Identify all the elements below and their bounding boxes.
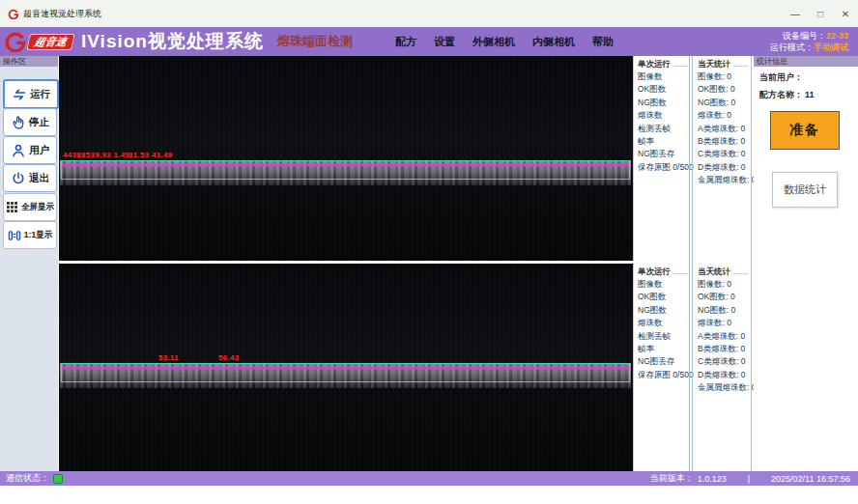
camera-viewport-top: 44388539.93 1.49 31.53 41.49	[59, 56, 633, 261]
title-bar: 超音速视觉处理系统 — □ ✕	[0, 0, 858, 27]
window-title: 超音速视觉处理系统	[23, 8, 101, 20]
stat-row: NG图丢存	[638, 355, 690, 368]
stat-row: C类熔珠数: 0	[698, 355, 750, 368]
maximize-button[interactable]: □	[812, 6, 829, 21]
today-stats-title: 当天统计	[698, 266, 730, 278]
stat-row: 金属屑熔珠数: 0	[698, 381, 750, 394]
stat-row: 检测丢帧	[638, 123, 690, 135]
menu-help[interactable]: 帮助	[592, 35, 614, 49]
separator: |	[748, 474, 750, 484]
run-icon	[12, 87, 27, 102]
measurement-annotation: 56.43	[218, 353, 240, 362]
brand-swirl-icon	[3, 31, 26, 52]
stat-row: A类熔珠数: 0	[698, 330, 750, 343]
fullscreen-button[interactable]: 全屏显示	[3, 193, 57, 221]
minimize-button[interactable]: —	[786, 6, 804, 21]
stat-row: 图像数: 0	[698, 70, 750, 83]
stop-button-label: 停止	[29, 116, 49, 129]
current-user-label: 当前用户：	[759, 72, 803, 82]
stat-row: 保存原图 0/500	[638, 161, 690, 174]
stat-row: NG图数: 0	[698, 97, 750, 109]
divider	[689, 56, 690, 471]
menu-settings[interactable]: 设置	[434, 35, 455, 49]
menu-outer-camera[interactable]: 外侧相机	[472, 35, 515, 49]
user-button-label: 用户	[29, 144, 49, 157]
stat-row: 图像数: 0	[698, 278, 750, 291]
device-info: 设备编号：22-33 运行模式：手动调试	[770, 30, 848, 53]
stat-row: NG图数	[638, 304, 690, 317]
stat-row: OK图数: 0	[698, 83, 750, 96]
stat-row: D类熔珠数: 0	[698, 161, 750, 174]
datetime: 2025/02/11 16:57:56	[771, 474, 850, 484]
stat-row: NG图数: 0	[698, 304, 750, 317]
stat-row: OK图数	[638, 83, 690, 96]
bead-detect-box	[61, 160, 630, 180]
stat-row: 检测丢帧	[638, 330, 690, 343]
stat-row: 图像数	[638, 70, 690, 83]
one-to-one-button-label: 1:1显示	[24, 230, 52, 241]
stat-row: 图像数	[638, 278, 690, 291]
exit-button-label: 退出	[29, 172, 49, 185]
stat-row: 熔珠数	[638, 317, 690, 329]
menu-bar: 配方 设置 外侧相机 内侧相机 帮助	[395, 35, 614, 49]
device-number-label: 设备编号：	[783, 31, 826, 41]
brand-badge: 超音速	[26, 34, 75, 50]
stat-row: D类熔珠数: 0	[698, 369, 750, 381]
stat-row: OK图数	[638, 291, 690, 303]
stat-row: 熔珠数: 0	[698, 317, 750, 329]
info-panel: 统计信息 当前用户： 配方名称：11 准备 数据统计	[754, 56, 858, 471]
app-window: 超音速视觉处理系统 — □ ✕ 超音速 IVision视觉处理系统 熔珠端面检测…	[0, 0, 858, 504]
info-panel-title: 统计信息	[754, 56, 858, 67]
one-to-one-button[interactable]: 1:1显示	[3, 221, 57, 249]
prepare-button[interactable]: 准备	[770, 111, 840, 150]
sidebar: 操作区 运行 停止 用户 退出 全屏显示 1:1显示	[0, 56, 58, 471]
stat-row: 帧率	[638, 135, 690, 148]
measurement-annotation: 53.11	[158, 353, 179, 362]
stat-row: C类熔珠数: 0	[698, 148, 750, 160]
menu-recipe[interactable]: 配方	[395, 35, 416, 49]
measurement-annotation: 44388539.93 1.49	[63, 151, 129, 159]
stat-row: 熔珠数: 0	[698, 109, 750, 122]
user-icon	[11, 143, 26, 158]
run-button[interactable]: 运行	[3, 79, 59, 109]
stat-row: NG图丢存	[638, 148, 690, 160]
bead-detect-box	[61, 363, 630, 382]
comm-status-indicator	[53, 474, 63, 484]
stat-row: A类熔珠数: 0	[698, 123, 750, 135]
stat-row: B类熔珠数: 0	[698, 343, 750, 355]
measurement-annotation: 31.53 41.49	[129, 151, 173, 159]
recipe-name-value: 11	[805, 90, 815, 99]
header-bar: 超音速 IVision视觉处理系统 熔珠端面检测 配方 设置 外侧相机 内侧相机…	[0, 27, 858, 56]
stat-row: NG图数	[638, 97, 690, 109]
recipe-name-label: 配方名称：	[759, 90, 803, 99]
menu-inner-camera[interactable]: 内侧相机	[532, 35, 575, 49]
divider	[751, 56, 752, 471]
stat-row: 保存原图 0/500	[638, 369, 690, 381]
stat-row: B类熔珠数: 0	[698, 135, 750, 148]
divider	[692, 56, 693, 471]
device-number-value: 22-33	[826, 31, 848, 41]
app-title: IVision视觉处理系统	[81, 29, 264, 54]
close-button[interactable]: ✕	[837, 6, 854, 21]
fullscreen-button-label: 全屏显示	[21, 202, 54, 213]
stat-row: OK图数: 0	[698, 291, 750, 303]
stop-button[interactable]: 停止	[3, 108, 57, 136]
single-run-stats: 单次运行 图像数 OK图数 NG图数 熔珠数 检测丢帧 帧率 NG图丢存 保存原…	[634, 264, 690, 471]
today-stats: 当天统计 图像数: 0 OK图数: 0 NG图数: 0 熔珠数: 0 A类熔珠数…	[694, 264, 750, 471]
sidebar-title: 操作区	[0, 56, 58, 67]
stat-row: 金属屑熔珠数: 0	[698, 174, 750, 186]
hand-stop-icon	[11, 115, 26, 130]
run-mode-value: 手动调试	[814, 42, 848, 52]
app-logo-icon	[8, 9, 18, 19]
single-run-stats: 单次运行 图像数 OK图数 NG图数 熔珠数 检测丢帧 帧率 NG图丢存 保存原…	[634, 56, 690, 261]
status-bar: 通信状态： 当前版本： 1.0.123 | 2025/02/11 16:57:5…	[0, 471, 858, 486]
version-value: 1.0.123	[698, 474, 727, 484]
exit-button[interactable]: 退出	[3, 164, 57, 192]
stat-row: 帧率	[638, 343, 690, 355]
user-button[interactable]: 用户	[3, 136, 57, 164]
single-run-title: 单次运行	[638, 59, 671, 70]
fullscreen-grid-icon	[6, 201, 18, 213]
today-stats: 当天统计 图像数: 0 OK图数: 0 NG图数: 0 熔珠数: 0 A类熔珠数…	[694, 56, 750, 261]
app-subtitle: 熔珠端面检测	[277, 33, 353, 50]
data-statistics-button[interactable]: 数据统计	[772, 172, 838, 208]
